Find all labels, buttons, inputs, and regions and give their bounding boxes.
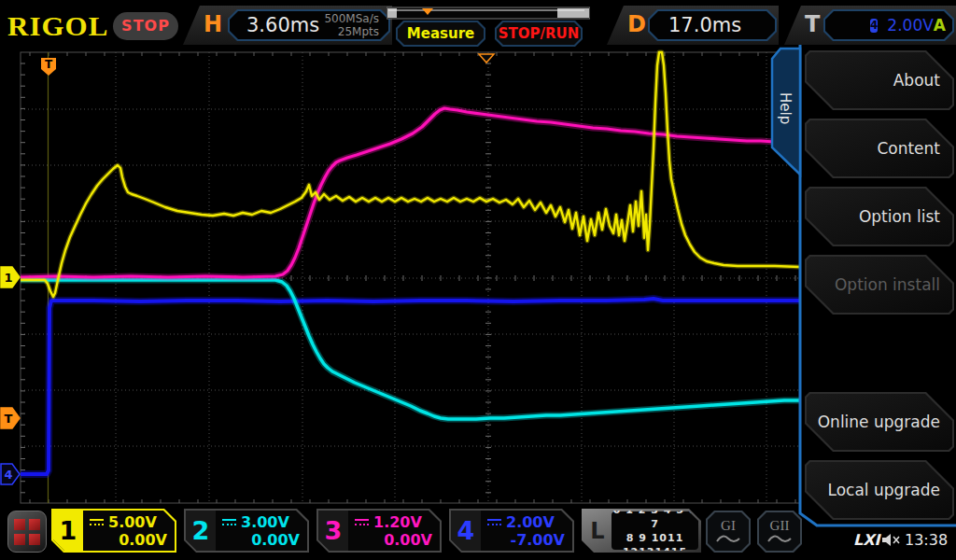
sample-rate: 500MSa/s 25Mpts [324, 12, 379, 38]
digital-pod-box[interactable]: L 0 1 2 3 4 5 6 7 8 9 1011 12131415 [582, 509, 701, 553]
svg-text:1: 1 [4, 271, 12, 285]
sine-icon [716, 532, 740, 544]
channel-4-scale: 2.00V [506, 513, 555, 531]
menu-item-local-upgrade[interactable]: Local upgrade [805, 460, 954, 520]
menu-item-option-list[interactable]: Option list [805, 187, 954, 246]
generator-1-box[interactable]: GI [706, 511, 751, 553]
dc-coupling-icon [355, 519, 369, 525]
dc-coupling-icon [487, 519, 501, 525]
svg-text:4: 4 [4, 468, 12, 482]
ch4-trace [21, 299, 799, 474]
help-tab: Help [775, 78, 794, 138]
memory-position-bar[interactable] [387, 7, 590, 20]
channel-2-offset: 0.00V [222, 533, 300, 548]
channel-box-2[interactable]: 2 3.00V 0.00V [184, 509, 309, 553]
horizontal-timebase-group[interactable]: H 3.60ms 500MSa/s 25Mpts [183, 6, 392, 45]
digital-channel-list: 0 1 2 3 4 5 6 7 8 9 1011 12131415 [612, 511, 698, 550]
channel-1-number: 1 [53, 511, 83, 551]
dc-coupling-icon [90, 519, 104, 525]
channel-4-number: 4 [451, 511, 481, 551]
ch4-trace-halo [21, 299, 799, 474]
channel-2-scale: 3.00V [241, 513, 289, 531]
d-label: D [627, 11, 646, 37]
trigger-level-value: 2.00V [887, 16, 933, 35]
h-label: H [204, 11, 222, 37]
run-state-badge[interactable]: STOP [113, 12, 178, 40]
channel-3-number: 3 [318, 511, 348, 551]
menu-item-option-install[interactable]: Option install [805, 255, 954, 315]
channel-box-1[interactable]: 1 5.00V 0.00V [51, 509, 176, 553]
timebase-value: 3.60ms [246, 14, 324, 36]
sine-icon [767, 532, 792, 544]
delay-value: 17.0ms [668, 14, 741, 36]
channel-1-offset: 0.00V [90, 533, 167, 548]
channel-3-offset: 0.00V [355, 533, 432, 548]
svg-text:T: T [45, 58, 53, 71]
lxi-indicator: LXI [853, 531, 879, 549]
digital-pod-label: L [583, 511, 612, 551]
channel-1-scale: 5.00V [108, 513, 157, 531]
menu-grid-button[interactable] [7, 511, 47, 553]
svg-text:T: T [5, 412, 13, 426]
dc-coupling-icon [222, 519, 236, 525]
stop-run-button[interactable]: STOP/RUN [495, 21, 583, 47]
trigger-source-badge: 4 [870, 19, 878, 33]
clock: 13:38 [905, 531, 948, 549]
channel-box-3[interactable]: 3 1.20V 0.00V [316, 509, 442, 553]
menu-item-online-upgrade[interactable]: Online upgrade [805, 392, 954, 452]
trigger-group[interactable]: T 4 2.00V A [784, 6, 956, 45]
oscilloscope-screen: T1T4 RIGOL STOP H 3.60ms 500MSa/s 25Mpts… [0, 0, 956, 560]
menu-item-content[interactable]: Content [805, 119, 954, 178]
channel-box-4[interactable]: 4 2.00V -7.00V [449, 509, 574, 553]
t-label: T [805, 11, 820, 37]
measure-button[interactable]: Measure [396, 21, 485, 47]
delay-group[interactable]: D 17.0ms [607, 6, 779, 45]
grid-icon [14, 519, 40, 545]
delay-position-marker [479, 54, 494, 63]
ch1-trace-halo [21, 52, 799, 297]
ch1-trace [21, 52, 799, 297]
generator-2-box[interactable]: GII [757, 511, 802, 553]
sound-muted-icon [881, 533, 902, 547]
rigol-logo: RIGOL [7, 10, 108, 42]
channel-3-scale: 1.20V [373, 513, 422, 531]
trigger-sweep-mode: A [934, 16, 946, 35]
channel-4-offset: -7.00V [487, 533, 565, 548]
menu-item-about[interactable]: About [805, 50, 954, 110]
channel-2-number: 2 [186, 511, 216, 551]
